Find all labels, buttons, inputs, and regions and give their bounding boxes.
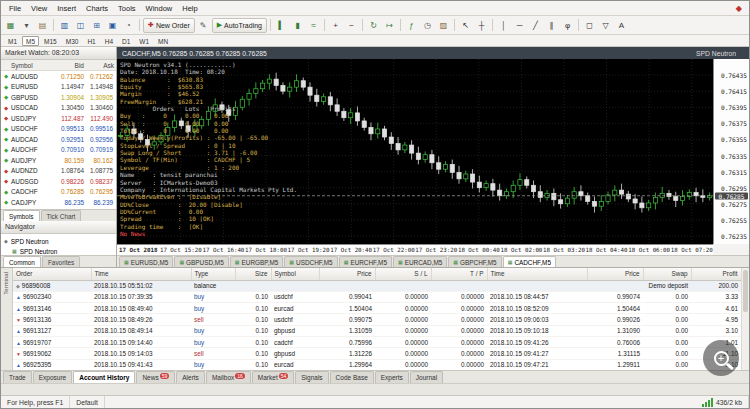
column-size[interactable]: Size [235,268,271,280]
chart-list-dropdown-icon[interactable]: ▾ [19,18,34,33]
history-scrollbar[interactable] [741,268,749,370]
tab-common[interactable]: Common [3,256,41,267]
column-symbol[interactable]: Symbol [271,268,319,280]
chart-tab-usdchf-m5[interactable]: ▦USDCHF,M5 [284,256,337,267]
menu-window[interactable]: Window [141,3,178,14]
candlestick-chart-icon[interactable]: ▮ [290,18,305,33]
metaeditor-icon[interactable]: ✎ [196,18,211,33]
timeframe-mn[interactable]: MN [154,36,172,46]
terminal-tab-signals[interactable]: Signals [295,371,328,383]
navigator-item[interactable]: ◆SPD Neutron [4,236,113,246]
column-tp[interactable]: T / P [431,268,487,280]
terminal-tab-account-history[interactable]: Account History [73,371,135,383]
chart-tab-eurcad-m5[interactable]: ▦EURCAD,M5 [393,256,447,267]
column-swap[interactable]: Swap [643,268,691,280]
terminal-tab-exposure[interactable]: Exposure [33,371,72,383]
terminal-icon[interactable]: ▣ [105,18,120,33]
line-chart-icon[interactable]: ≈ [306,18,321,33]
status-profile-cell[interactable]: Default [70,396,105,408]
timeframe-h4[interactable]: H4 [101,36,117,46]
menu-view[interactable]: View [26,3,52,14]
profiles-icon[interactable]: ▤ [35,18,50,33]
column-ask[interactable]: Ask [84,60,116,70]
zoom-out-icon[interactable]: − [344,18,359,33]
chart-tab-eurchf-m5[interactable]: ▦EURCHF,M5 [339,256,392,267]
column-sl[interactable]: S / L [375,268,431,280]
trendline-icon[interactable]: ╱ [528,18,543,33]
history-row[interactable]: ▲969197072018.10.15 09:14:40buy0.10cadch… [13,336,741,347]
tab-tick-chart[interactable]: Tick Chart [41,210,82,221]
terminal-tab-journal[interactable]: Journal [410,371,443,383]
shapes-icon[interactable]: ◻ [582,18,597,33]
market-watch-row[interactable]: ◆AUDCHF0.709100.70919 [1,145,116,156]
new-order-button[interactable]: ✚New Order [143,18,195,33]
market-watch-row[interactable]: ◆AUDJPY80.15980.162 [1,155,116,166]
history-row[interactable]: ▼969190622018.10.15 09:14:03sell0.10gbpu… [13,348,741,359]
horizontal-line-icon[interactable]: ─ [512,18,527,33]
new-chart-icon[interactable]: ▦ [3,18,18,33]
column-type[interactable]: Type [191,268,235,280]
history-row[interactable]: ▲969023402018.10.15 07:39:35buy0.10usdch… [13,291,741,302]
timeframe-d1[interactable]: D1 [118,36,134,46]
market-watch-row[interactable]: ◆USDCAD1.304501.30460 [1,103,116,114]
chart-tab-gbpchf-m5[interactable]: ▦GBPCHF,M5 [448,256,501,267]
timeframe-m1[interactable]: M1 [4,36,21,46]
indicators-icon[interactable]: ƒ [404,18,419,33]
terminal-tab-alerts[interactable]: Alerts [176,371,205,383]
chart-tab-eurusd-m5[interactable]: ▦EURUSD,M5 [119,256,173,267]
chart-tab-gbpusd-m5[interactable]: ▦GBPUSD,M5 [174,256,228,267]
market-watch-row[interactable]: ◆GBPUSD1.309041.30905 [1,92,116,103]
scrollbar-thumb[interactable] [743,270,748,312]
tab-symbols[interactable]: Symbols [3,210,40,221]
column-price[interactable]: Price [319,268,375,280]
text-label-icon[interactable]: A [614,18,629,33]
timeframe-w1[interactable]: W1 [135,36,153,46]
timeframe-m5[interactable]: M5 [22,36,39,46]
market-watch-row[interactable]: ◆CADJPY86.23586.239 [1,197,116,208]
tab-favorites[interactable]: Favorites [42,256,80,267]
price-axis[interactable]: 0.764350.764150.763950.763750.763550.763… [713,59,749,244]
column-time[interactable]: Time [487,268,587,280]
bar-chart-icon[interactable]: ▍ [274,18,289,33]
market-watch-row[interactable]: ◆CADCHF0.762850.76295 [1,187,116,198]
terminal-tab-news[interactable]: News59 [136,371,175,383]
market-watch-row[interactable]: ◆USDJPY112.487112.490 [1,113,116,124]
terminal-tab-experts[interactable]: Experts [375,371,409,383]
navigator-icon[interactable]: ⊞ [89,18,104,33]
timeframe-h1[interactable]: H1 [83,36,99,46]
vertical-line-icon[interactable]: │ [496,18,511,33]
market-watch-row[interactable]: ◆AUDCAD0.929510.92956 [1,134,116,145]
chart-tab-eurgbp-m5[interactable]: ▦EURGBP,M5 [230,256,284,267]
templates-icon[interactable]: ▨ [436,18,451,33]
zoom-in-icon[interactable]: + [328,18,343,33]
time-axis[interactable]: 17 Oct 201817 Oct 15:2017 Oct 16:4017 Oc… [117,244,713,255]
menu-help[interactable]: Help [177,3,202,14]
menu-file[interactable]: File [4,3,26,14]
auto-scroll-icon[interactable]: ↻ [366,18,381,33]
timeframe-m30[interactable]: M30 [62,36,83,46]
navigator-item[interactable]: ▦SPD Neutron [4,246,113,255]
chart-shift-icon[interactable]: ↦ [382,18,397,33]
arrows-icon[interactable]: ▽ [598,18,613,33]
terminal-tab-code-base[interactable]: Code Base [330,371,374,383]
terminal-tab-market[interactable]: Market54 [252,371,294,383]
fibonacci-icon[interactable]: φ [560,18,575,33]
market-watch-row[interactable]: ◆AUDUSD0.712500.71262 [1,71,116,82]
history-row[interactable]: ▲969131272018.10.15 08:49:14buy0.10gbpus… [13,325,741,336]
column-order[interactable]: Order [13,268,91,280]
menu-charts[interactable]: Charts [81,3,113,14]
autotrading-button[interactable]: ▶AutoTrading [212,18,267,33]
history-row[interactable]: ▼969131362018.10.15 08:49:26sell0.10usdc… [13,314,741,325]
column-price[interactable]: Price [587,268,643,280]
market-watch-row[interactable]: ◆AUDNZD1.087641.08775 [1,166,116,177]
history-row[interactable]: ▲969131462018.10.15 08:49:40buy0.10eurca… [13,303,741,314]
history-row[interactable]: ◆968960082018.10.15 05:51:02balanceDemo … [13,280,741,291]
market-watch-row[interactable]: ◆EURUSD1.149471.14948 [1,82,116,93]
crosshair-icon[interactable]: ┼ [474,18,489,33]
terminal-tab-mailbox[interactable]: Mailbox16 [206,371,251,383]
cursor-icon[interactable]: ↖ [458,18,473,33]
terminal-tab-trade[interactable]: Trade [3,371,32,383]
menu-insert[interactable]: Insert [52,3,81,14]
timeframe-m15[interactable]: M15 [40,36,61,46]
column-profit[interactable]: Profit [691,268,741,280]
